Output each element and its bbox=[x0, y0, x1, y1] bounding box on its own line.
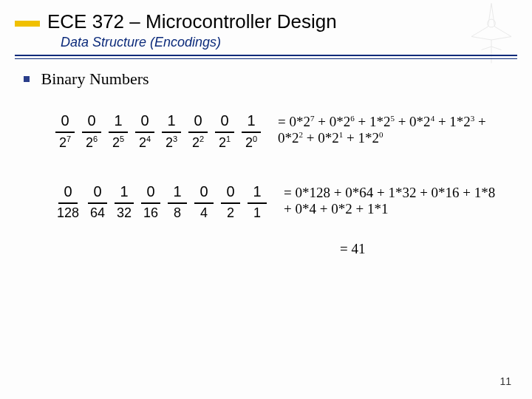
bit-weight: 2 bbox=[217, 205, 244, 223]
bit-underline bbox=[242, 132, 261, 133]
bit-weight: 21 bbox=[211, 134, 238, 152]
binary-row-decimal: 012806413201618040211 = 0*128 + 0*64 + 1… bbox=[52, 183, 532, 223]
bit-column: 021 bbox=[211, 112, 238, 152]
bit-column: 02 bbox=[217, 183, 244, 223]
slide-subtitle: Data Structure (Encodings) bbox=[61, 35, 532, 50]
bit-underline bbox=[188, 132, 208, 133]
bit-weight: 23 bbox=[158, 134, 185, 152]
bit-weight: 64 bbox=[84, 205, 111, 223]
result: = 41 bbox=[340, 241, 532, 257]
bit-weight: 20 bbox=[238, 134, 265, 152]
bit-weight: 27 bbox=[52, 134, 78, 152]
bit-digit: 0 bbox=[78, 112, 105, 132]
slide-header: ECE 372 – Microcontroller Design Data St… bbox=[0, 0, 532, 50]
bullet-item: Binary Numbers bbox=[24, 69, 532, 89]
bit-digit: 1 bbox=[244, 183, 270, 202]
bit-digit: 0 bbox=[137, 183, 164, 202]
bit-column: 0128 bbox=[52, 183, 84, 223]
bit-underline bbox=[55, 132, 75, 133]
course-title: ECE 372 – Microcontroller Design bbox=[47, 10, 337, 33]
bit-weight: 4 bbox=[191, 205, 217, 223]
bit-column: 132 bbox=[111, 183, 137, 223]
bit-digit: 0 bbox=[84, 183, 111, 202]
equation-powers: = 0*27 + 0*26 + 1*25 + 0*24 + 1*23 + 0*2… bbox=[278, 114, 499, 147]
bit-underline bbox=[215, 132, 234, 133]
bit-weight: 32 bbox=[111, 205, 137, 223]
bit-digit: 0 bbox=[52, 183, 84, 202]
bit-digit: 0 bbox=[52, 112, 78, 132]
bit-column: 120 bbox=[238, 112, 265, 152]
bit-underline bbox=[109, 132, 128, 133]
bit-weight: 25 bbox=[105, 134, 132, 152]
bit-weight: 22 bbox=[185, 134, 211, 152]
bit-column: 125 bbox=[105, 112, 132, 152]
square-bullet-icon bbox=[24, 76, 30, 82]
bit-underline bbox=[162, 132, 181, 133]
bit-weight: 16 bbox=[137, 205, 164, 223]
bit-digit: 1 bbox=[158, 112, 185, 132]
binary-row-powers: 027026125024123022021120 = 0*27 + 0*26 +… bbox=[52, 112, 532, 152]
bit-column: 11 bbox=[244, 183, 270, 223]
bit-underline bbox=[115, 202, 134, 204]
bit-weight: 1 bbox=[244, 205, 270, 223]
bit-weight: 24 bbox=[132, 134, 158, 152]
bit-column: 024 bbox=[132, 112, 158, 152]
bit-underline bbox=[194, 202, 214, 204]
bit-column: 064 bbox=[84, 183, 111, 223]
bit-column: 123 bbox=[158, 112, 185, 152]
bit-column: 016 bbox=[137, 183, 164, 223]
bullet-text: Binary Numbers bbox=[41, 69, 149, 88]
page-number: 11 bbox=[499, 375, 511, 387]
bit-underline bbox=[88, 202, 107, 204]
bit-digit: 1 bbox=[111, 183, 137, 202]
divider-rule bbox=[15, 55, 517, 56]
equation-decimal: = 0*128 + 0*64 + 1*32 + 0*16 + 1*8 + 0*4… bbox=[284, 185, 505, 217]
bit-underline bbox=[58, 202, 78, 204]
bit-digit: 0 bbox=[211, 112, 238, 132]
bit-column: 04 bbox=[191, 183, 217, 223]
bit-underline bbox=[141, 202, 160, 204]
bit-column: 022 bbox=[185, 112, 211, 152]
accent-bar bbox=[15, 21, 40, 27]
bit-digit: 0 bbox=[185, 112, 211, 132]
bit-digit: 1 bbox=[164, 183, 191, 202]
bit-weight: 26 bbox=[78, 134, 105, 152]
bit-underline bbox=[248, 202, 267, 204]
bit-column: 026 bbox=[78, 112, 105, 152]
bit-underline bbox=[168, 202, 187, 204]
bit-digit: 1 bbox=[238, 112, 265, 132]
bit-underline bbox=[135, 132, 154, 133]
bit-column: 027 bbox=[52, 112, 78, 152]
bit-digit: 0 bbox=[132, 112, 158, 132]
bit-column: 18 bbox=[164, 183, 191, 223]
bit-digit: 0 bbox=[191, 183, 217, 202]
bit-underline bbox=[82, 132, 101, 133]
bit-weight: 128 bbox=[52, 205, 84, 223]
bit-digit: 1 bbox=[105, 112, 132, 132]
bit-weight: 8 bbox=[164, 205, 191, 223]
bit-digit: 0 bbox=[217, 183, 244, 202]
bit-underline bbox=[221, 202, 240, 204]
